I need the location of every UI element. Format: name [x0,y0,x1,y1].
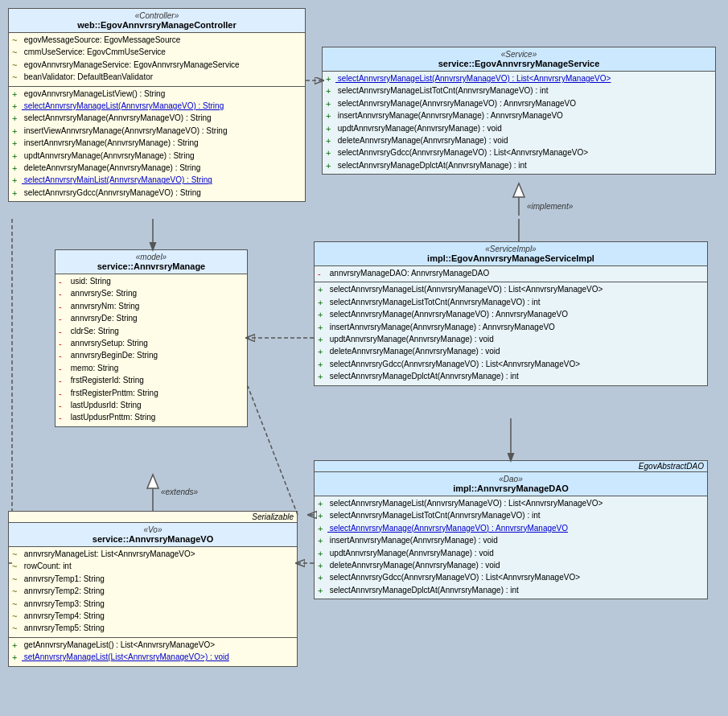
field-row: ~ egovMessageSource: EgovMessageSource [12,35,302,47]
field-row: - usid: String [59,276,244,288]
service-name: service::EgovAnnvrsryManageService [327,59,711,68]
field-row: - annvrsrySetup: String [59,338,244,350]
field-row: - annvrsryDe: String [59,313,244,325]
method-row: + selectAnnvrsryManage(AnnvrsryManageVO)… [318,523,704,535]
implement-label: «implement» [527,202,574,211]
method-row: + selectAnnvrsryManageListTotCnt(Annvrsr… [326,85,712,97]
dao-abstract-note: EgovAbstractDAO [315,461,707,472]
controller-name: web::EgovAnnvrsryManageController [13,20,301,30]
field-row: ~ annvrsryTemp5: String [12,623,294,635]
method-row: + deleteAnnvrsryManage(AnnvrsryManage) :… [326,135,712,147]
controller-fields: ~ egovMessageSource: EgovMessageSource ~… [9,33,305,87]
service-stereotype: «Service» [327,50,711,59]
field-row: ~ cmmUseService: EgovCmmUseService [12,47,302,59]
vo-fields: ~ annvrsryManageList: List<AnnvrsryManag… [9,547,297,638]
method-row: + selectAnnvrsryGdcc(AnnvrsryManageVO) :… [326,147,712,159]
model-stereotype: «model» [60,253,243,261]
field-row: - memo: String [59,363,244,375]
method-row: + selectAnnvrsryManageDplctAt(AnnvrsryMa… [318,371,704,383]
dao-methods: + selectAnnvrsryManageList(AnnvrsryManag… [315,496,707,599]
method-row: + selectAnnvrsryManageList(AnnvrsryManag… [12,101,302,113]
method-row: + setAnnvrsryManageList(List<AnnvrsryMan… [12,652,294,664]
method-row: + updtAnnvrsryManage(AnnvrsryManage) : S… [12,150,302,163]
method-row: + updtAnnvrsryManage(AnnvrsryManage) : v… [318,548,704,560]
controller-stereotype: «Controller» [13,11,301,20]
uml-diagram: «Controller» web::EgovAnnvrsryManageCont… [0,0,728,716]
model-header: «model» service::AnnvrsryManage [56,250,247,274]
field-row: - cldrSe: String [59,326,244,338]
method-row: + updtAnnvrsryManage(AnnvrsryManage) : v… [326,123,712,135]
vo-serializable-note: Serializable [9,512,297,523]
method-row: + selectAnnvrsryManageListTotCnt(Annvrsr… [318,510,704,522]
field-row: - frstRegisterPnttm: String [59,388,244,400]
method-row: + selectAnnvrsryManageList(AnnvrsryManag… [318,498,704,510]
dao-stereotype: «Dao» [319,475,703,484]
method-row: + selectAnnvrsryMainList(AnnvrsryManageV… [12,175,302,187]
serviceimpl-header: «ServiceImpl» impl::EgovAnnvrsryManageSe… [315,242,707,266]
vo-header: «Vo» service::AnnvrsryManageVO [9,523,297,547]
method-row: + selectAnnvrsryManageListTotCnt(Annvrsr… [318,297,704,309]
controller-header: «Controller» web::EgovAnnvrsryManageCont… [9,9,305,33]
model-name: service::AnnvrsryManage [60,261,243,271]
field-row: - annvrsrySe: String [59,288,244,300]
service-box: «Service» service::EgovAnnvrsryManageSer… [322,47,716,175]
field-row: - annvrsryNm: String [59,301,244,313]
model-box: «model» service::AnnvrsryManage - usid: … [55,249,248,427]
serviceimpl-fields: - annvrsryManageDAO: AnnvrsryManageDAO [315,266,707,282]
method-row: + deleteAnnvrsryManage(AnnvrsryManage) :… [318,560,704,572]
field-row: - lastUpdusrId: String [59,400,244,412]
method-row: + getAnnvrsryManageList() : List<Annvrsr… [12,640,294,652]
vo-box: Serializable «Vo» service::AnnvrsryManag… [8,511,298,667]
method-row: + deleteAnnvrsryManage(AnnvrsryManage) :… [318,346,704,358]
method-row: + updtAnnvrsryManage(AnnvrsryManage) : v… [318,334,704,346]
method-row: + selectAnnvrsryManage(AnnvrsryManageVO)… [326,98,712,110]
method-row: + selectAnnvrsryManage(AnnvrsryManageVO)… [318,309,704,321]
method-row: + selectAnnvrsryManageDplctAt(AnnvrsryMa… [318,585,704,597]
serviceimpl-stereotype: «ServiceImpl» [319,245,703,253]
service-methods: + selectAnnvrsryManageList(AnnvrsryManag… [323,72,715,174]
service-header: «Service» service::EgovAnnvrsryManageSer… [323,47,715,72]
serviceimpl-methods: + selectAnnvrsryManageList(AnnvrsryManag… [315,282,707,385]
field-row: ~ beanValidator: DefaultBeanValidator [12,72,302,84]
serviceimpl-name: impl::EgovAnnvrsryManageServiceImpl [319,253,703,263]
field-row: ~ annvrsryTemp1: String [12,574,294,586]
method-row: + deleteAnnvrsryManage(AnnvrsryManage) :… [12,163,302,175]
method-row: + selectAnnvrsryManageList(AnnvrsryManag… [318,284,704,296]
field-row: ~ annvrsryTemp3: String [12,599,294,611]
svg-marker-2 [513,183,524,197]
method-row: + selectAnnvrsryManage(AnnvrsryManageVO)… [12,113,302,125]
field-row: ~ rowCount: int [12,561,294,573]
controller-methods: + egovAnnvrsryManageListView() : String … [9,87,305,202]
field-row: ~ annvrsryManageList: List<AnnvrsryManag… [12,549,294,561]
method-row: + insertViewAnnvrsryManage(AnnvrsryManag… [12,126,302,138]
dao-name: impl::AnnvrsryManageDAO [319,484,703,493]
field-row: - annvrsryBeginDe: String [59,350,244,362]
method-row: + insertAnnvrsryManage(AnnvrsryManage) :… [318,535,704,547]
dao-header: «Dao» impl::AnnvrsryManageDAO [315,472,707,496]
vo-methods: + getAnnvrsryManageList() : List<Annvrsr… [9,638,297,666]
dao-box: EgovAbstractDAO «Dao» impl::AnnvrsryMana… [314,460,708,599]
model-fields: - usid: String - annvrsrySe: String - an… [56,274,247,426]
field-row: - annvrsryManageDAO: AnnvrsryManageDAO [318,268,704,280]
field-row: ~ egovAnnvrsryManageService: EgovAnnvrsr… [12,60,302,72]
extends-label: «extends» [161,488,199,496]
method-row: + selectAnnvrsryManageDplctAt(AnnvrsryMa… [326,160,712,172]
field-row: - frstRegisterId: String [59,375,244,387]
method-row: + selectAnnvrsryManageList(AnnvrsryManag… [326,73,712,85]
method-row: + selectAnnvrsryGdcc(AnnvrsryManageVO) :… [318,359,704,371]
field-row: ~ annvrsryTemp2: String [12,586,294,598]
field-row: ~ annvrsryTemp4: String [12,611,294,623]
method-row: + insertAnnvrsryManage(AnnvrsryManage) :… [12,138,302,150]
vo-stereotype: «Vo» [13,525,293,534]
method-row: + egovAnnvrsryManageListView() : String [12,88,302,101]
serviceimpl-box: «ServiceImpl» impl::EgovAnnvrsryManageSe… [314,241,708,386]
svg-marker-6 [147,475,158,488]
method-row: + insertAnnvrsryManage(AnnvrsryManage) :… [326,110,712,122]
field-row: - lastUpdusrPnttm: String [59,412,244,424]
method-row: + selectAnnvrsryGdcc(AnnvrsryManageVO) :… [12,187,302,200]
method-row: + selectAnnvrsryGdcc(AnnvrsryManageVO) :… [318,572,704,584]
vo-name: service::AnnvrsryManageVO [13,534,293,544]
svg-line-11 [248,386,298,515]
method-row: + insertAnnvrsryManage(AnnvrsryManage) :… [318,322,704,334]
controller-box: «Controller» web::EgovAnnvrsryManageCont… [8,8,306,202]
